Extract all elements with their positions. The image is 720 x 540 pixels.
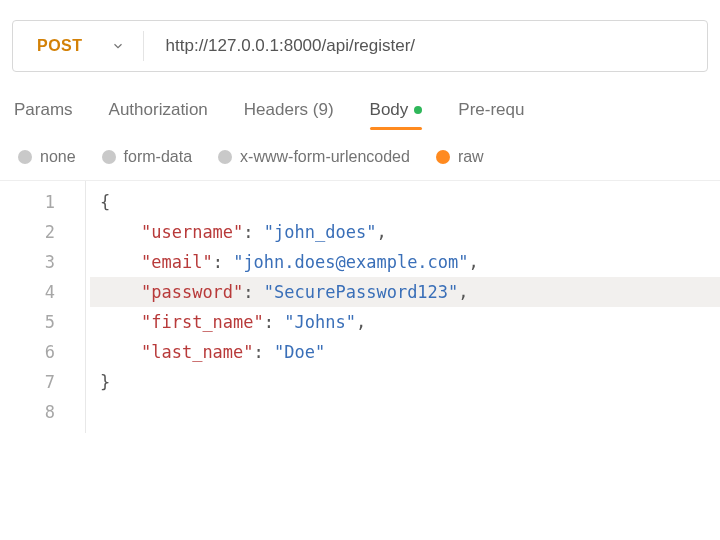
line-number: 4 bbox=[0, 277, 65, 307]
tab-headers[interactable]: Headers (9) bbox=[244, 100, 334, 130]
code-line: "password": "SecurePassword123", bbox=[90, 277, 720, 307]
request-bar: POST http://127.0.0.1:8000/api/register/ bbox=[12, 20, 708, 72]
body-type-radios: none form-data x-www-form-urlencoded raw bbox=[0, 130, 720, 180]
body-type-none[interactable]: none bbox=[18, 148, 76, 166]
code-line: "username": "john_does", bbox=[90, 217, 720, 247]
tab-body-label: Body bbox=[370, 100, 409, 119]
line-gutter: 1 2 3 4 5 6 7 8 bbox=[0, 181, 86, 433]
request-tabs: Params Authorization Headers (9) Body Pr… bbox=[0, 82, 720, 130]
tab-body[interactable]: Body bbox=[370, 100, 423, 130]
code-content[interactable]: { "username": "john_does", "email": "joh… bbox=[86, 181, 720, 433]
body-type-urlencoded[interactable]: x-www-form-urlencoded bbox=[218, 148, 410, 166]
line-number: 6 bbox=[0, 337, 65, 367]
body-type-urlencoded-label: x-www-form-urlencoded bbox=[240, 148, 410, 166]
radio-dot-icon bbox=[436, 150, 450, 164]
code-line: "first_name": "Johns", bbox=[90, 307, 720, 337]
line-number: 2 bbox=[0, 217, 65, 247]
chevron-down-icon bbox=[111, 39, 125, 53]
body-type-raw-label: raw bbox=[458, 148, 484, 166]
body-type-form-data-label: form-data bbox=[124, 148, 192, 166]
http-method-label: POST bbox=[37, 37, 83, 55]
body-type-form-data[interactable]: form-data bbox=[102, 148, 192, 166]
tab-prerequest[interactable]: Pre-requ bbox=[458, 100, 524, 130]
code-line: } bbox=[90, 367, 720, 397]
line-number: 7 bbox=[0, 367, 65, 397]
tab-authorization[interactable]: Authorization bbox=[109, 100, 208, 130]
line-number: 5 bbox=[0, 307, 65, 337]
body-active-dot-icon bbox=[414, 106, 422, 114]
code-line: "email": "john.does@example.com", bbox=[90, 247, 720, 277]
code-line: { bbox=[90, 187, 720, 217]
line-number: 3 bbox=[0, 247, 65, 277]
body-type-raw[interactable]: raw bbox=[436, 148, 484, 166]
tab-params[interactable]: Params bbox=[14, 100, 73, 130]
code-editor[interactable]: 1 2 3 4 5 6 7 8 { "username": "john_does… bbox=[0, 180, 720, 433]
http-method-select[interactable]: POST bbox=[13, 21, 143, 71]
code-line: "last_name": "Doe" bbox=[90, 337, 720, 367]
line-number: 8 bbox=[0, 397, 65, 427]
radio-dot-icon bbox=[102, 150, 116, 164]
line-number: 1 bbox=[0, 187, 65, 217]
code-line bbox=[90, 397, 720, 427]
radio-dot-icon bbox=[18, 150, 32, 164]
body-type-none-label: none bbox=[40, 148, 76, 166]
url-input[interactable]: http://127.0.0.1:8000/api/register/ bbox=[144, 21, 707, 71]
radio-dot-icon bbox=[218, 150, 232, 164]
